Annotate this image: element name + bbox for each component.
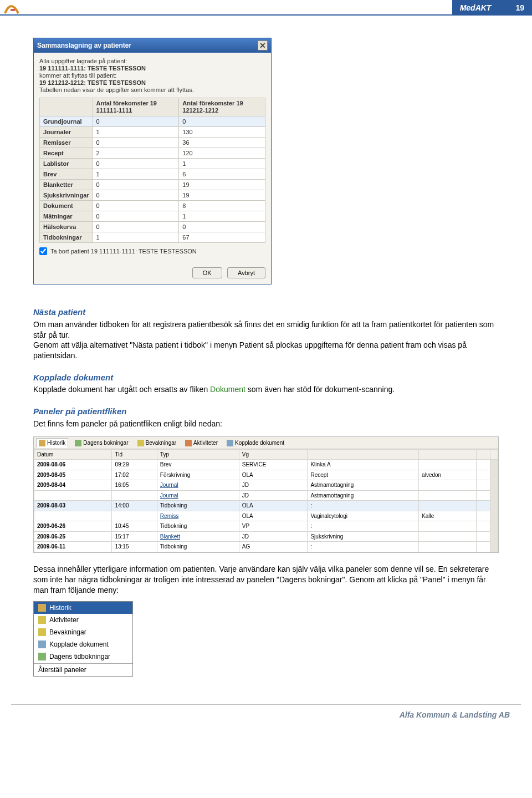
col-count-2: Antal förekomster 19 121212-1212 bbox=[179, 98, 265, 116]
dialog-titlebar: Sammanslagning av patienter ✕ bbox=[34, 38, 271, 53]
table-row: Remisser036 bbox=[40, 138, 265, 148]
section-heading: Paneler på patientfliken bbox=[33, 406, 499, 417]
remove-patient-label: Ta bort patient 19 111111-1111: TESTE TE… bbox=[50, 248, 197, 255]
table-row: Grundjournal00 bbox=[40, 116, 265, 127]
patient-to: 19 121212-1212: TESTE TESTESSON bbox=[39, 79, 265, 86]
row-link[interactable]: Journal bbox=[160, 492, 178, 499]
col-header: Datum bbox=[34, 449, 112, 460]
col-header bbox=[308, 449, 419, 460]
section-heading: Nästa patient bbox=[33, 307, 499, 318]
table-row[interactable]: 2009-08-0314:00TidbokningOLA: bbox=[34, 501, 498, 511]
merge-patients-dialog: Sammanslagning av patienter ✕ Alla uppgi… bbox=[33, 38, 272, 284]
intro-line: kommer att flyttas till patient: bbox=[39, 72, 265, 79]
logo-icon bbox=[3, 1, 20, 14]
para: Genom att välja alternativet "Nästa pati… bbox=[33, 340, 499, 361]
page-number: 19 bbox=[508, 0, 532, 16]
scrollbar[interactable] bbox=[490, 460, 498, 552]
menu-item[interactable]: Historik bbox=[34, 602, 132, 614]
intro-line: Tabellen nedan visar de uppgifter som ko… bbox=[39, 87, 265, 93]
tab-icon bbox=[137, 440, 144, 446]
patient-panel-tabs: HistorikDagens bokningarBevakningarAktiv… bbox=[33, 436, 499, 553]
document-body: Nästa patient Om man använder tidboken f… bbox=[33, 307, 499, 676]
tab-bevakningar[interactable]: Bevakningar bbox=[135, 439, 179, 448]
intro-line: Alla uppgifter lagrade på patient: bbox=[39, 58, 265, 64]
para: Det finns fem paneler på patientfliken e… bbox=[33, 419, 499, 429]
col-header: Typ bbox=[157, 449, 239, 460]
para: Om man använder tidboken för att registr… bbox=[33, 319, 499, 340]
table-row[interactable]: 2009-08-0517:02FörskrivningOLAReceptalve… bbox=[34, 470, 498, 480]
dialog-title: Sammanslagning av patienter bbox=[37, 42, 131, 49]
tab-icon bbox=[185, 440, 192, 446]
close-icon[interactable]: ✕ bbox=[258, 40, 268, 50]
table-row[interactable]: 2009-06-2515:17BlankettJDSjukskrivning bbox=[34, 531, 498, 542]
historik-table: DatumTidTypVg 2009-08-0609:29BrevSERVICE… bbox=[34, 449, 498, 552]
menu-item[interactable]: Bevakningar bbox=[34, 626, 132, 638]
col-blank bbox=[40, 98, 93, 116]
menu-icon bbox=[38, 641, 46, 648]
para: Dessa innehåller ytterligare information… bbox=[33, 564, 499, 596]
tab-historik[interactable]: Historik bbox=[36, 438, 68, 448]
cancel-button[interactable]: Avbryt bbox=[227, 267, 265, 278]
header-right: MedAKT19 bbox=[452, 0, 532, 16]
table-row[interactable]: RemissOLAVaginalcytologiKalle bbox=[34, 511, 498, 521]
table-row: Recept2120 bbox=[40, 148, 265, 159]
menu-icon bbox=[38, 616, 46, 624]
table-row: Brev16 bbox=[40, 169, 265, 180]
remove-patient-checkbox[interactable] bbox=[39, 247, 47, 255]
table-row[interactable]: 2009-06-1113:15TidbokningAG: bbox=[34, 542, 498, 552]
tab-aktiviteter[interactable]: Aktiviteter bbox=[183, 439, 220, 448]
merge-table: Antal förekomster 19 111111-1111 Antal f… bbox=[39, 98, 265, 243]
menu-icon bbox=[38, 653, 46, 660]
table-row: Dokument08 bbox=[40, 201, 265, 211]
table-row: Tidbokningar167 bbox=[40, 232, 265, 243]
table-row: Blanketter019 bbox=[40, 180, 265, 190]
col-header: Tid bbox=[112, 449, 157, 460]
table-row: Mätningar01 bbox=[40, 211, 265, 222]
tab-kopplade-dokument[interactable]: Kopplade dokument bbox=[224, 439, 287, 448]
section-heading: Kopplade dokument bbox=[33, 372, 499, 383]
table-row[interactable]: 2009-08-0609:29BrevSERVICEKlinka A bbox=[34, 460, 498, 470]
table-row: Journaler1130 bbox=[40, 127, 265, 138]
table-row: Lablistor01 bbox=[40, 159, 265, 169]
row-link[interactable]: Blankett bbox=[160, 533, 180, 540]
row-link[interactable]: Journal bbox=[160, 482, 178, 488]
patient-from: 19 111111-1111: TESTE TESTESSON bbox=[39, 65, 265, 72]
col-header: Vg bbox=[239, 449, 308, 460]
brand-label: MedAKT bbox=[452, 0, 508, 16]
tab-icon bbox=[39, 440, 45, 446]
col-header bbox=[419, 449, 477, 460]
menu-icon bbox=[38, 604, 46, 612]
table-row[interactable]: 2009-08-0416:05JournalJDAstmamottagning bbox=[34, 480, 498, 491]
menu-item[interactable]: Kopplade dokument bbox=[34, 638, 132, 650]
menu-icon bbox=[38, 628, 46, 636]
tab-dagens-bokningar[interactable]: Dagens bokningar bbox=[73, 439, 130, 448]
menu-item[interactable]: Aktiviteter bbox=[34, 614, 132, 626]
col-count-1: Antal förekomster 19 111111-1111 bbox=[93, 98, 179, 116]
panel-menu: HistorikAktiviteterBevakningarKopplade d… bbox=[33, 601, 133, 677]
tab-icon bbox=[75, 440, 81, 446]
link-dokument: Dokument bbox=[210, 385, 245, 394]
table-row: Sjukskrivningar019 bbox=[40, 190, 265, 201]
footer: Alfa Kommun & Landsting AB bbox=[11, 704, 521, 725]
scrollbar-head bbox=[490, 449, 498, 460]
col-header bbox=[477, 449, 490, 460]
menu-item-reset[interactable]: Återställ paneler bbox=[34, 663, 132, 676]
table-row[interactable]: JournalJDAstmamottagning bbox=[34, 490, 498, 501]
row-link[interactable]: Remiss bbox=[160, 513, 178, 519]
table-row[interactable]: 2009-06-2610:45TidbokningVP: bbox=[34, 521, 498, 532]
tab-icon bbox=[227, 440, 233, 446]
ok-button[interactable]: OK bbox=[192, 267, 222, 278]
table-row: Hälsokurva00 bbox=[40, 222, 265, 232]
menu-item[interactable]: Dagens tidbokningar bbox=[34, 650, 132, 663]
para: Kopplade dokument har utgått och ersatts… bbox=[33, 384, 499, 395]
header-bar: MedAKT19 bbox=[0, 0, 532, 16]
